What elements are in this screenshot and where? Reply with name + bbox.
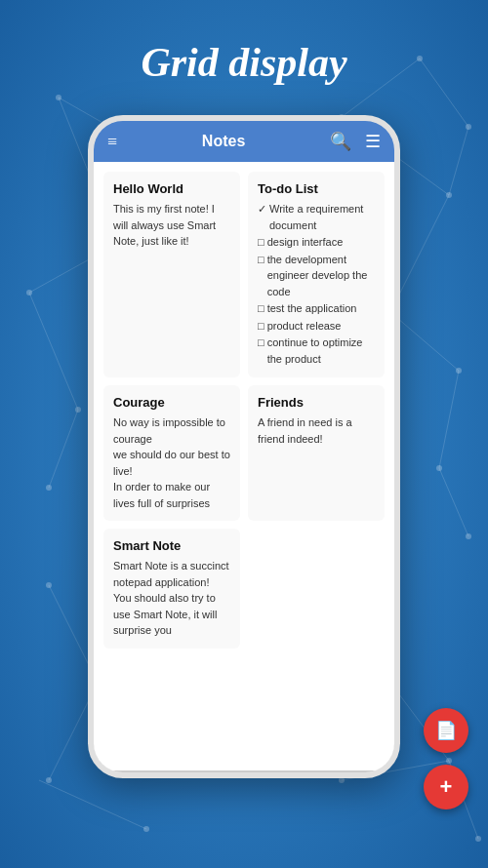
note-body-smart-note: Smart Note is a succinct notepad applica… (113, 558, 230, 639)
app-bar-title: Notes (202, 133, 245, 150)
note-card-hello-world[interactable]: Hello World This is my first note! I wil… (103, 172, 240, 377)
filter-icon[interactable]: ☰ (365, 131, 381, 152)
note-body-courage: No way is impossible to couragewe should… (113, 414, 230, 511)
svg-point-35 (466, 533, 471, 539)
svg-point-33 (436, 465, 442, 471)
app-bar-icons: 🔍 ☰ (330, 131, 381, 152)
note-body-todo-list: ✓ Write a requirement document □ design … (258, 201, 375, 367)
svg-point-31 (75, 407, 81, 413)
check-empty-icon: □ (258, 318, 264, 335)
note-title-todo-list: To-do List (258, 181, 375, 196)
svg-point-38 (46, 777, 52, 783)
note-card-courage[interactable]: Courage No way is impossible to couragew… (103, 385, 240, 521)
app-bar: ≡ Notes 🔍 ☰ (94, 121, 394, 162)
add-note-fab-button[interactable]: + (424, 765, 468, 809)
note-body-friends: A friend in need is a friend indeed! (258, 414, 375, 447)
check-empty-icon: □ (258, 252, 264, 300)
svg-point-34 (46, 485, 52, 491)
note-card-smart-note[interactable]: Smart Note Smart Note is a succinct note… (103, 529, 240, 649)
note-title-courage: Courage (113, 395, 230, 410)
svg-point-22 (56, 95, 61, 100)
page-title: Grid display (0, 0, 488, 86)
notes-grid: Hello World This is my first note! I wil… (94, 162, 394, 770)
note-title-hello-world: Hello World (113, 181, 230, 196)
check-empty-icon: □ (258, 234, 264, 251)
svg-point-25 (446, 192, 452, 198)
note-card-friends[interactable]: Friends A friend in need is a friend ind… (248, 385, 385, 521)
check-empty-icon: □ (258, 335, 264, 367)
svg-point-30 (26, 290, 32, 296)
phone-mockup: ≡ Notes 🔍 ☰ Hello World This is my first… (88, 115, 400, 778)
note-card-todo-list[interactable]: To-do List ✓ Write a requirement documen… (248, 172, 385, 377)
note-body-hello-world: This is my first note! I will always use… (113, 201, 230, 250)
new-doc-fab-button[interactable]: 📄 (424, 708, 468, 753)
svg-point-42 (143, 826, 149, 832)
check-done-icon: ✓ (258, 201, 266, 233)
search-icon[interactable]: 🔍 (330, 131, 351, 152)
note-title-smart-note: Smart Note (113, 538, 230, 553)
svg-point-36 (46, 582, 52, 588)
hamburger-icon[interactable]: ≡ (107, 132, 117, 152)
svg-point-41 (475, 836, 481, 842)
note-title-friends: Friends (258, 395, 375, 410)
svg-point-32 (456, 368, 462, 374)
check-empty-icon: □ (258, 300, 264, 317)
svg-point-29 (466, 124, 471, 130)
fab-container: 📄 + (424, 708, 468, 809)
